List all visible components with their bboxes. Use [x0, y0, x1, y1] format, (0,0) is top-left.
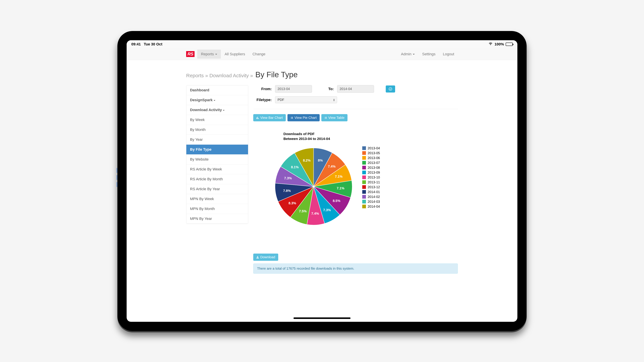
legend-item[interactable]: 2013-12 — [362, 185, 380, 189]
legend-label: 2014-01 — [368, 190, 380, 194]
breadcrumb: Reports » Download Activity » By File Ty… — [186, 70, 458, 79]
legend-item[interactable]: 2013-10 — [362, 175, 380, 179]
sidebar-item-mpn-by-year[interactable]: MPN By Year — [186, 214, 248, 224]
filetype-value: PDF — [278, 98, 284, 102]
sidebar-item-rs-article-by-week[interactable]: RS Article By Week — [186, 164, 248, 174]
sidebar-item-mpn-by-week[interactable]: MPN By Week — [186, 194, 248, 204]
filetype-select[interactable]: PDF ▴▾ — [275, 96, 337, 103]
legend-label: 2014-02 — [368, 195, 380, 199]
legend-swatch — [362, 156, 366, 160]
legend-label: 2014-03 — [368, 200, 380, 204]
sidebar-item-rs-article-by-year[interactable]: RS Article By Year — [186, 184, 248, 194]
legend-swatch — [362, 190, 366, 194]
legend-label: 2013-06 — [368, 156, 380, 160]
top-navbar: RS Reports All Suppliers Change Admin Se… — [126, 48, 518, 60]
wifi-icon — [488, 42, 493, 46]
bar-chart-icon — [256, 116, 259, 119]
to-input[interactable] — [337, 85, 374, 93]
legend-swatch — [362, 185, 366, 189]
view-pie-chart-button[interactable]: View Pie Chart — [288, 114, 320, 121]
nav-settings[interactable]: Settings — [418, 50, 439, 59]
sidebar-designspark[interactable]: DesignSpark — [186, 95, 248, 105]
legend-swatch — [362, 175, 366, 179]
legend-swatch — [362, 146, 366, 150]
legend-item[interactable]: 2014-02 — [362, 195, 380, 199]
nav-admin[interactable]: Admin — [397, 50, 418, 59]
home-indicator[interactable] — [294, 318, 350, 319]
filetype-label: Filetype: — [253, 98, 272, 102]
sidebar-item-rs-article-by-month[interactable]: RS Article By Month — [186, 174, 248, 184]
legend-label: 2014-04 — [368, 205, 380, 209]
legend-item[interactable]: 2013-04 — [362, 146, 380, 150]
sidebar-item-by-file-type[interactable]: By File Type — [186, 145, 248, 155]
legend-swatch — [362, 151, 366, 155]
legend-swatch — [362, 171, 366, 174]
check-circle-icon — [389, 87, 392, 91]
sidebar: Dashboard DesignSpark Download Activity … — [186, 85, 248, 224]
legend-item[interactable]: 2014-03 — [362, 200, 380, 204]
legend-item[interactable]: 2013-06 — [362, 156, 380, 160]
pie-chart: 8%7.4%7.1%7.1%8.5%7.3%7.4%7.5%8.3%7.8%7.… — [273, 146, 354, 227]
chart-legend: 2013-042013-052013-062013-072013-082013-… — [362, 146, 380, 227]
status-time: 09:41 — [131, 42, 141, 46]
svg-point-0 — [389, 87, 392, 90]
view-table-button[interactable]: View Table — [321, 114, 348, 121]
view-bar-chart-button[interactable]: View Bar Chart — [253, 114, 286, 121]
nav-change[interactable]: Change — [249, 50, 269, 59]
nav-logout[interactable]: Logout — [439, 50, 458, 59]
legend-item[interactable]: 2014-04 — [362, 205, 380, 209]
legend-label: 2013-04 — [368, 146, 380, 150]
legend-label: 2013-11 — [368, 180, 380, 184]
status-date: Tue 30 Oct — [144, 42, 162, 46]
apply-filter-button[interactable] — [386, 85, 395, 92]
ios-status-bar: 09:41 Tue 30 Oct 100% — [126, 40, 518, 48]
legend-label: 2013-10 — [368, 175, 380, 179]
sidebar-dashboard[interactable]: Dashboard — [186, 85, 248, 95]
list-icon — [324, 116, 327, 119]
legend-item[interactable]: 2013-05 — [362, 151, 380, 155]
legend-item[interactable]: 2014-01 — [362, 190, 380, 194]
sidebar-item-by-year[interactable]: By Year — [186, 135, 248, 145]
chart-title: Downloads of PDF Between 2013-04 to 2014… — [284, 131, 458, 141]
sidebar-item-by-month[interactable]: By Month — [186, 125, 248, 135]
nav-all-suppliers[interactable]: All Suppliers — [221, 50, 249, 59]
legend-item[interactable]: 2013-09 — [362, 171, 380, 174]
status-battery-pct: 100% — [494, 42, 504, 46]
crumb-reports[interactable]: Reports — [186, 73, 204, 78]
page-title: By File Type — [256, 70, 298, 79]
legend-swatch — [362, 200, 366, 203]
legend-item[interactable]: 2013-07 — [362, 161, 380, 165]
legend-swatch — [362, 161, 366, 165]
list-icon — [290, 116, 293, 119]
sidebar-item-mpn-by-month[interactable]: MPN By Month — [186, 204, 248, 214]
legend-label: 2013-12 — [368, 185, 380, 189]
legend-label: 2013-09 — [368, 171, 380, 174]
legend-swatch — [362, 180, 366, 184]
select-arrows-icon: ▴▾ — [334, 98, 334, 101]
legend-swatch — [362, 166, 366, 169]
download-icon — [256, 256, 259, 258]
to-label: To: — [315, 87, 334, 91]
sidebar-item-by-week[interactable]: By Week — [186, 115, 248, 125]
battery-icon — [506, 42, 513, 46]
legend-item[interactable]: 2013-08 — [362, 166, 380, 170]
legend-label: 2013-05 — [368, 151, 380, 155]
sidebar-download-activity[interactable]: Download Activity — [186, 105, 248, 115]
brand-logo[interactable]: RS — [186, 51, 194, 57]
from-input[interactable] — [275, 85, 312, 93]
from-label: From: — [253, 87, 272, 91]
crumb-download[interactable]: Download Activity — [209, 73, 249, 78]
sidebar-item-by-website[interactable]: By Website — [186, 155, 248, 164]
legend-swatch — [362, 195, 366, 199]
legend-swatch — [362, 205, 366, 208]
legend-label: 2013-07 — [368, 161, 380, 165]
info-alert: There are a total of 17675 recorded file… — [253, 264, 458, 274]
legend-item[interactable]: 2013-11 — [362, 180, 380, 184]
legend-label: 2013-08 — [368, 166, 380, 170]
download-button[interactable]: Download — [253, 254, 278, 261]
nav-reports[interactable]: Reports — [197, 50, 221, 59]
